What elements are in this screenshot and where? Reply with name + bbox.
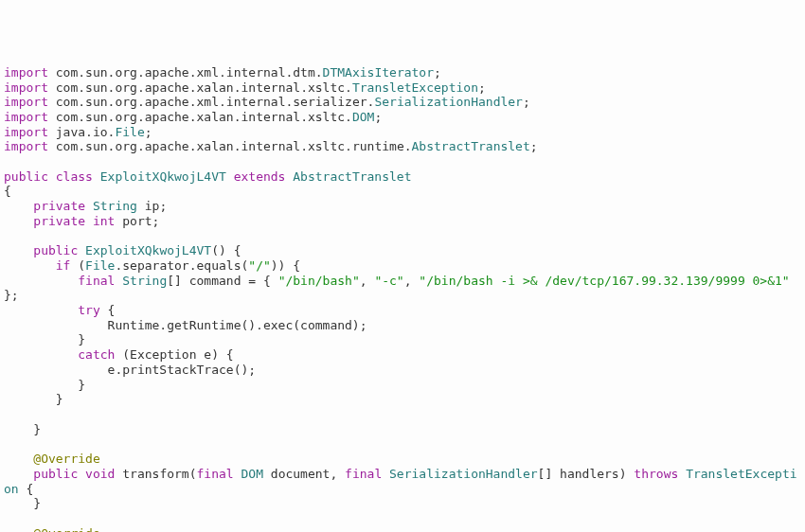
java-source-code: import com.sun.org.apache.xml.internal.d… (4, 65, 801, 532)
